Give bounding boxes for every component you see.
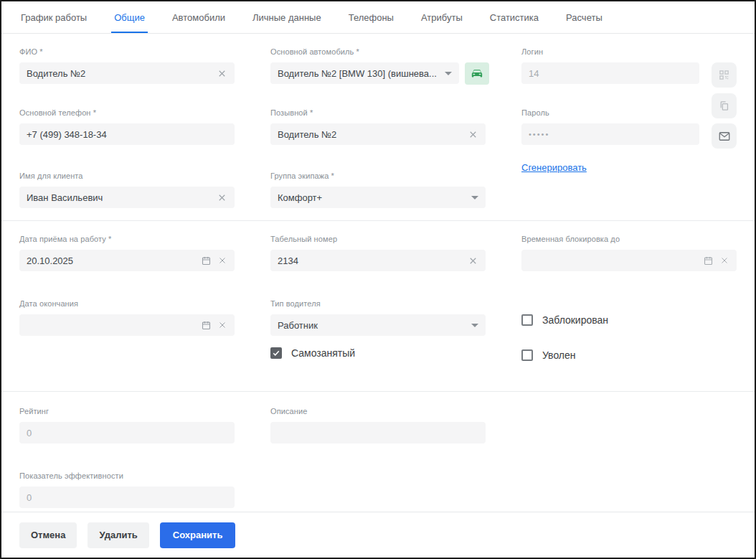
calendar-icon[interactable] [703,255,714,266]
field-group-driver-type: Тип водителя Работник [270,299,486,336]
tab-work-schedule[interactable]: График работы [19,1,88,33]
tab-cars[interactable]: Автомобили [171,1,227,33]
copy-login-password-button[interactable] [712,93,737,118]
tab-phones[interactable]: Телефоны [347,1,395,33]
rating-input[interactable] [27,428,227,438]
clear-icon[interactable] [468,129,478,140]
clear-icon[interactable] [468,255,478,266]
login-field [521,62,699,84]
temp-block-label: Временная блокировка до [521,235,737,243]
client-name-label: Имя для клиента [19,172,235,180]
checkbox-box[interactable] [270,347,282,359]
field-group-client-name: Имя для клиента [19,172,235,208]
password-label: Пароль [521,108,699,117]
phone-label: Основной телефон * [19,108,235,117]
generate-password-link[interactable]: Сгенерировать [521,162,587,173]
checkbox-blocked[interactable]: Заблокирован [521,314,608,326]
save-button[interactable]: Сохранить [160,522,236,548]
password-input[interactable] [529,130,692,138]
main-car-label: Основной автомобиль * [270,47,459,56]
tab-attributes[interactable]: Атрибуты [420,1,464,33]
clear-icon[interactable] [217,255,227,266]
client-name-field [19,187,235,208]
fio-field [19,62,235,84]
fio-label: ФИО * [19,47,235,56]
callsign-input[interactable] [278,129,462,140]
chevron-down-icon[interactable] [445,72,452,75]
field-group-callsign: Позывной * [270,108,486,145]
hire-date-input[interactable] [27,255,195,266]
field-group-fio: ФИО * [19,47,235,84]
callsign-label: Позывной * [270,108,486,117]
password-field [521,123,699,145]
end-date-field [19,314,235,336]
tab-bar: График работы Общие Автомобили Личные да… [1,1,755,34]
description-label: Описание [270,407,486,415]
fio-input[interactable] [27,68,211,79]
driver-type-value: Работник [278,320,466,331]
clear-icon[interactable] [217,192,227,203]
personnel-number-field [270,250,486,271]
qr-code-button[interactable] [712,62,737,88]
envelope-icon [718,130,731,143]
temp-block-field [521,250,737,271]
copy-icon [718,100,730,112]
tab-statistics[interactable]: Статистика [488,1,540,33]
client-name-input[interactable] [27,192,211,203]
footer-action-bar: Отмена Удалить Сохранить [1,512,755,558]
efficiency-input[interactable] [27,492,227,503]
description-input[interactable] [278,428,478,438]
chevron-down-icon[interactable] [471,324,478,327]
clear-icon[interactable] [217,320,227,330]
checkbox-box[interactable] [521,349,533,361]
hire-date-field [19,250,235,271]
hire-date-label: Дата приёма на работу * [19,235,235,243]
checkbox-self-employed[interactable]: Самозанятый [270,347,355,359]
tab-personal-data[interactable]: Личные данные [251,1,323,33]
calendar-icon[interactable] [201,255,212,266]
calendar-icon[interactable] [201,320,212,331]
rating-field [19,422,235,443]
personnel-number-label: Табельный номер [270,235,486,243]
end-date-label: Дата окончания [19,299,235,308]
field-group-password: Пароль [521,108,699,145]
field-group-rating: Рейтинг [19,407,235,443]
field-group-temp-block: Временная блокировка до [521,235,737,271]
field-group-login: Логин [521,47,699,84]
temp-block-input[interactable] [529,255,697,266]
field-group-crew-group: Группа экипажа * Комфорт+ [270,172,486,208]
phone-field [19,123,235,145]
clear-icon[interactable] [719,255,729,266]
delete-button[interactable]: Удалить [88,522,148,548]
main-car-select[interactable]: Водитель №2 [BMW 130] (вишнева... [270,62,459,84]
check-icon [272,349,280,357]
crew-group-label: Группа экипажа * [270,172,486,180]
phone-input[interactable] [27,129,227,140]
checkbox-box[interactable] [521,314,533,326]
section-divider [1,391,755,392]
tab-calculations[interactable]: Расчеты [564,1,604,33]
field-group-hire-date: Дата приёма на работу * [19,235,235,271]
driver-type-select[interactable]: Работник [270,314,486,336]
login-input[interactable] [529,68,692,79]
open-car-button[interactable] [465,62,489,85]
personnel-number-input[interactable] [278,255,462,266]
description-field [270,422,486,443]
end-date-input[interactable] [27,320,195,331]
efficiency-label: Показатель эффективности [19,471,235,480]
chevron-down-icon[interactable] [471,196,478,199]
qr-code-icon [718,69,730,81]
clear-icon[interactable] [217,68,227,79]
cancel-button[interactable]: Отмена [19,522,77,548]
field-group-main-car: Основной автомобиль * Водитель №2 [BMW 1… [270,47,459,84]
login-label: Логин [521,47,699,56]
checkbox-fired[interactable]: Уволен [521,349,576,361]
field-group-description: Описание [270,407,486,443]
tab-general[interactable]: Общие [113,1,146,33]
crew-group-select[interactable]: Комфорт+ [270,187,486,208]
field-group-personnel-number: Табельный номер [270,235,486,271]
field-group-end-date: Дата окончания [19,299,235,336]
driver-type-label: Тип водителя [270,299,486,308]
send-password-mail-button[interactable] [712,123,737,149]
field-group-efficiency: Показатель эффективности [19,471,235,508]
